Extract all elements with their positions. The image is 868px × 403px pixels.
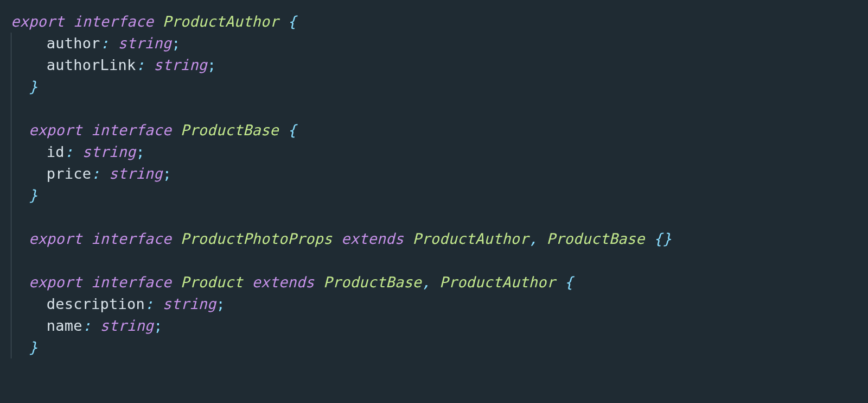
brace-open: { (288, 122, 296, 138)
code-editor: export interface ProductAuthor { author:… (0, 0, 868, 358)
code-line: } (11, 339, 37, 356)
indent-guide (11, 272, 11, 293)
semicolon: ; (154, 317, 162, 334)
code-line: export interface Product extends Product… (11, 274, 573, 291)
keyword-export: export (29, 274, 82, 291)
type-ref: ProductBase (323, 274, 422, 291)
code-line: export interface ProductAuthor { (11, 13, 297, 30)
property-name: author (47, 35, 100, 52)
semicolon: ; (207, 56, 216, 73)
indent-guide (11, 33, 11, 54)
keyword-interface: interface (91, 274, 171, 291)
keyword-export: export (29, 230, 82, 247)
keyword-export: export (29, 122, 82, 138)
colon: : (100, 35, 109, 52)
code-line: id: string; (11, 143, 145, 160)
indent-guide (11, 337, 11, 358)
brace-open: { (564, 274, 573, 291)
type-ref: string (154, 56, 207, 73)
type-ref: ProductBase (546, 230, 644, 247)
property-name: id (47, 143, 65, 160)
code-line: description: string; (11, 295, 225, 312)
type-name: ProductAuthor (163, 13, 279, 30)
type-ref: ProductAuthor (413, 230, 529, 247)
code-line: export interface ProductBase { (11, 122, 297, 138)
brace-close: } (29, 339, 37, 356)
type-ref: string (100, 317, 154, 334)
property-name: name (47, 317, 82, 334)
type-ref: ProductAuthor (439, 274, 556, 291)
brace-close: } (29, 78, 37, 95)
type-ref: string (82, 143, 136, 160)
code-line: export interface ProductPhotoProps exten… (11, 230, 672, 247)
indent-guide (11, 315, 11, 337)
type-ref: string (118, 35, 172, 52)
code-line: authorLink: string; (11, 56, 216, 73)
property-name: price (47, 165, 91, 182)
type-name: ProductPhotoProps (181, 230, 333, 247)
code-line: name: string; (11, 317, 163, 334)
indent-guide (11, 54, 11, 76)
code-line: } (11, 187, 37, 204)
type-ref: string (109, 165, 163, 182)
brace-pair: {} (654, 230, 672, 247)
semicolon: ; (136, 143, 144, 160)
colon: : (145, 295, 154, 312)
type-name: ProductBase (181, 122, 279, 138)
indent-guide (11, 119, 11, 141)
keyword-extends: extends (252, 274, 314, 291)
property-name: authorLink (47, 56, 136, 73)
property-name: description (47, 295, 145, 312)
indent-guide (11, 76, 11, 98)
brace-close: } (29, 187, 37, 204)
indent-guide (11, 98, 11, 119)
type-ref: string (163, 295, 216, 312)
colon: : (136, 56, 144, 73)
indent-guide (11, 250, 11, 272)
code-line: } (11, 78, 37, 95)
colon: : (91, 165, 100, 182)
keyword-interface: interface (91, 230, 171, 247)
code-line: author: string; (11, 35, 181, 52)
keyword-export: export (11, 13, 65, 30)
colon: : (65, 143, 73, 160)
indent-guide (11, 293, 11, 315)
indent-guide (11, 206, 11, 228)
indent-guide (11, 228, 11, 250)
type-name: Product (181, 274, 243, 291)
colon: : (82, 317, 91, 334)
brace-open: { (288, 13, 296, 30)
semicolon: ; (163, 165, 171, 182)
semicolon: ; (171, 35, 180, 52)
code-line: price: string; (11, 165, 171, 182)
indent-guide (11, 141, 11, 163)
keyword-interface: interface (91, 122, 171, 138)
comma: , (422, 274, 430, 291)
comma: , (529, 230, 538, 247)
keyword-extends: extends (341, 230, 404, 247)
indent-guide (11, 163, 11, 185)
keyword-interface: interface (73, 13, 154, 30)
semicolon: ; (216, 295, 225, 312)
indent-guide (11, 185, 11, 206)
